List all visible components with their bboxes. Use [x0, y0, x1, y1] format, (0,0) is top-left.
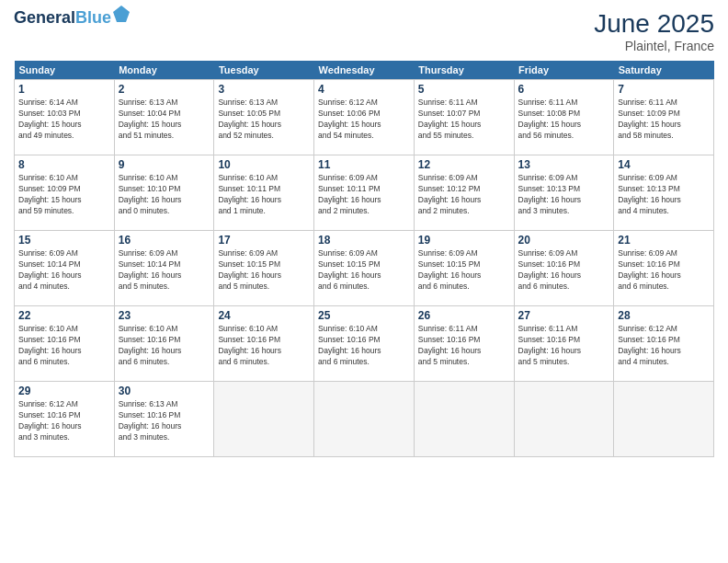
calendar-cell — [214, 382, 314, 457]
calendar-cell: 10Sunrise: 6:10 AMSunset: 10:11 PMDaylig… — [214, 155, 314, 231]
day-info: Sunrise: 6:09 AMSunset: 10:15 PMDaylight… — [318, 248, 410, 293]
calendar-cell: 20Sunrise: 6:09 AMSunset: 10:16 PMDaylig… — [514, 231, 614, 306]
calendar-cell: 23Sunrise: 6:10 AMSunset: 10:16 PMDaylig… — [114, 306, 214, 382]
calendar-cell — [314, 382, 415, 457]
calendar-cell: 12Sunrise: 6:09 AMSunset: 10:12 PMDaylig… — [414, 155, 514, 231]
day-number: 15 — [18, 234, 110, 247]
day-info: Sunrise: 6:10 AMSunset: 10:16 PMDaylight… — [218, 324, 310, 368]
calendar-row: 1Sunrise: 6:14 AMSunset: 10:03 PMDayligh… — [15, 80, 714, 155]
day-number: 28 — [618, 309, 710, 322]
logo: GeneralBlue — [14, 9, 130, 28]
day-info: Sunrise: 6:13 AMSunset: 10:16 PMDaylight… — [119, 399, 210, 443]
calendar-cell: 29Sunrise: 6:12 AMSunset: 10:16 PMDaylig… — [15, 382, 115, 457]
day-info: Sunrise: 6:10 AMSunset: 10:16 PMDaylight… — [18, 324, 110, 368]
day-info: Sunrise: 6:09 AMSunset: 10:14 PMDaylight… — [119, 248, 210, 293]
calendar-row: 8Sunrise: 6:10 AMSunset: 10:09 PMDayligh… — [15, 155, 714, 231]
day-number: 16 — [119, 234, 210, 247]
calendar-cell: 6Sunrise: 6:11 AMSunset: 10:08 PMDayligh… — [514, 80, 614, 155]
col-tuesday: Tuesday — [214, 61, 314, 80]
calendar-row: 22Sunrise: 6:10 AMSunset: 10:16 PMDaylig… — [15, 306, 714, 382]
day-number: 12 — [418, 158, 510, 171]
col-saturday: Saturday — [614, 61, 714, 80]
calendar-cell: 5Sunrise: 6:11 AMSunset: 10:07 PMDayligh… — [414, 80, 514, 155]
day-number: 7 — [618, 83, 710, 96]
day-info: Sunrise: 6:10 AMSunset: 10:11 PMDaylight… — [218, 173, 310, 217]
day-info: Sunrise: 6:09 AMSunset: 10:16 PMDaylight… — [618, 248, 710, 293]
day-number: 23 — [119, 309, 210, 322]
day-info: Sunrise: 6:13 AMSunset: 10:05 PMDaylight… — [218, 98, 310, 142]
day-info: Sunrise: 6:09 AMSunset: 10:14 PMDaylight… — [18, 248, 110, 293]
calendar-cell: 2Sunrise: 6:13 AMSunset: 10:04 PMDayligh… — [114, 80, 214, 155]
day-number: 3 — [218, 83, 310, 96]
day-number: 21 — [618, 234, 710, 247]
calendar-cell — [414, 382, 514, 457]
calendar-cell: 18Sunrise: 6:09 AMSunset: 10:15 PMDaylig… — [314, 231, 415, 306]
day-info: Sunrise: 6:09 AMSunset: 10:13 PMDaylight… — [518, 173, 610, 217]
day-number: 8 — [18, 158, 110, 171]
day-info: Sunrise: 6:11 AMSunset: 10:16 PMDaylight… — [518, 324, 610, 368]
day-number: 6 — [518, 83, 610, 96]
location: Plaintel, France — [594, 39, 714, 53]
day-info: Sunrise: 6:11 AMSunset: 10:16 PMDaylight… — [418, 324, 510, 368]
day-number: 10 — [218, 158, 310, 171]
calendar-cell: 11Sunrise: 6:09 AMSunset: 10:11 PMDaylig… — [314, 155, 415, 231]
day-info: Sunrise: 6:12 AMSunset: 10:16 PMDaylight… — [618, 324, 710, 368]
day-info: Sunrise: 6:14 AMSunset: 10:03 PMDaylight… — [18, 98, 110, 142]
logo-text: GeneralBlue — [14, 9, 111, 28]
calendar-cell: 13Sunrise: 6:09 AMSunset: 10:13 PMDaylig… — [514, 155, 614, 231]
svg-marker-0 — [113, 6, 130, 22]
day-info: Sunrise: 6:09 AMSunset: 10:16 PMDaylight… — [518, 248, 610, 293]
day-number: 11 — [318, 158, 410, 171]
calendar-cell: 14Sunrise: 6:09 AMSunset: 10:13 PMDaylig… — [614, 155, 714, 231]
calendar-cell: 9Sunrise: 6:10 AMSunset: 10:10 PMDayligh… — [114, 155, 214, 231]
day-number: 5 — [418, 83, 510, 96]
day-number: 29 — [18, 385, 110, 397]
col-sunday: Sunday — [15, 61, 115, 80]
col-monday: Monday — [114, 61, 214, 80]
day-info: Sunrise: 6:10 AMSunset: 10:16 PMDaylight… — [119, 324, 210, 368]
calendar-cell: 21Sunrise: 6:09 AMSunset: 10:16 PMDaylig… — [614, 231, 714, 306]
calendar-cell — [514, 382, 614, 457]
calendar-cell: 16Sunrise: 6:09 AMSunset: 10:14 PMDaylig… — [114, 231, 214, 306]
day-number: 26 — [418, 309, 510, 322]
day-info: Sunrise: 6:09 AMSunset: 10:15 PMDaylight… — [218, 248, 310, 293]
calendar-table: Sunday Monday Tuesday Wednesday Thursday… — [14, 61, 714, 457]
calendar-cell: 30Sunrise: 6:13 AMSunset: 10:16 PMDaylig… — [114, 382, 214, 457]
calendar-row: 29Sunrise: 6:12 AMSunset: 10:16 PMDaylig… — [15, 382, 714, 457]
calendar-cell: 7Sunrise: 6:11 AMSunset: 10:09 PMDayligh… — [614, 80, 714, 155]
col-friday: Friday — [514, 61, 614, 80]
day-info: Sunrise: 6:09 AMSunset: 10:13 PMDaylight… — [618, 173, 710, 217]
day-info: Sunrise: 6:09 AMSunset: 10:15 PMDaylight… — [418, 248, 510, 293]
day-number: 22 — [18, 309, 110, 322]
calendar-cell: 19Sunrise: 6:09 AMSunset: 10:15 PMDaylig… — [414, 231, 514, 306]
day-number: 4 — [318, 83, 410, 96]
day-info: Sunrise: 6:10 AMSunset: 10:10 PMDaylight… — [119, 173, 210, 217]
calendar-cell: 22Sunrise: 6:10 AMSunset: 10:16 PMDaylig… — [15, 306, 115, 382]
day-number: 1 — [18, 83, 110, 96]
month-title: June 2025 — [594, 9, 714, 39]
calendar-cell: 28Sunrise: 6:12 AMSunset: 10:16 PMDaylig… — [614, 306, 714, 382]
logo-icon — [113, 6, 130, 22]
calendar-cell: 15Sunrise: 6:09 AMSunset: 10:14 PMDaylig… — [15, 231, 115, 306]
day-number: 14 — [618, 158, 710, 171]
day-info: Sunrise: 6:09 AMSunset: 10:11 PMDaylight… — [318, 173, 410, 217]
day-number: 13 — [518, 158, 610, 171]
day-info: Sunrise: 6:10 AMSunset: 10:16 PMDaylight… — [318, 324, 410, 368]
calendar-cell: 24Sunrise: 6:10 AMSunset: 10:16 PMDaylig… — [214, 306, 314, 382]
day-number: 9 — [119, 158, 210, 171]
calendar-cell — [614, 382, 714, 457]
col-thursday: Thursday — [414, 61, 514, 80]
day-number: 25 — [318, 309, 410, 322]
day-info: Sunrise: 6:11 AMSunset: 10:09 PMDaylight… — [618, 98, 710, 142]
day-number: 27 — [518, 309, 610, 322]
header: GeneralBlue June 2025 Plaintel, France — [14, 9, 714, 53]
day-info: Sunrise: 6:10 AMSunset: 10:09 PMDaylight… — [18, 173, 110, 217]
day-number: 17 — [218, 234, 310, 247]
header-row: Sunday Monday Tuesday Wednesday Thursday… — [15, 61, 714, 80]
day-info: Sunrise: 6:12 AMSunset: 10:16 PMDaylight… — [18, 399, 110, 443]
calendar-cell: 27Sunrise: 6:11 AMSunset: 10:16 PMDaylig… — [514, 306, 614, 382]
day-number: 20 — [518, 234, 610, 247]
day-number: 18 — [318, 234, 410, 247]
calendar-cell: 8Sunrise: 6:10 AMSunset: 10:09 PMDayligh… — [15, 155, 115, 231]
day-info: Sunrise: 6:11 AMSunset: 10:08 PMDaylight… — [518, 98, 610, 142]
